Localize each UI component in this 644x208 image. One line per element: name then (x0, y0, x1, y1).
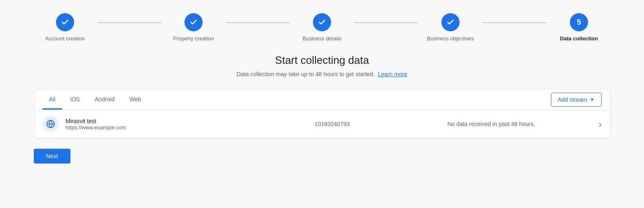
step-4-circle (441, 13, 460, 31)
step-5-circle: 5 (570, 13, 588, 31)
stream-status: No data received in past 48 hours. (384, 121, 599, 127)
stream-tabs: All iOS Android Web (42, 89, 551, 110)
connector-1-2 (97, 22, 161, 23)
step-3-label: Business details (303, 35, 341, 42)
step-1-label: Account creation (45, 35, 85, 42)
stream-tabs-row: All iOS Android Web Add stream ▼ (34, 89, 610, 110)
stream-chevron-icon: › (599, 119, 602, 129)
step-business-objectives: Business objectives (418, 13, 483, 42)
page-title: Start collecting data (275, 54, 369, 67)
step-4-label: Business objectives (427, 35, 474, 42)
step-2-circle (184, 13, 203, 31)
tab-android[interactable]: Android (88, 89, 121, 110)
step-account-creation: Account creation (33, 13, 97, 42)
step-5-label: Data collection (560, 35, 598, 42)
main-content: Start collecting data Data collection ma… (0, 50, 644, 164)
stream-info: Mirasvit test https://www.example.com (65, 118, 281, 131)
stream-globe-icon (42, 116, 59, 132)
tab-web[interactable]: Web (123, 89, 148, 110)
connector-2-3 (226, 22, 290, 23)
page-subtitle: Data collection may take up to 48 hours … (237, 71, 408, 77)
tab-ios[interactable]: iOS (64, 89, 86, 110)
step-data-collection: 5 Data collection (547, 13, 611, 42)
dropdown-arrow-icon: ▼ (590, 97, 595, 103)
stream-name: Mirasvit test (65, 118, 281, 124)
stream-url: https://www.example.com (65, 124, 281, 131)
tab-all[interactable]: All (42, 89, 62, 110)
stream-id: 10183240793 (281, 121, 384, 127)
step-property-creation: Property creation (161, 13, 226, 42)
learn-more-link[interactable]: Learn more (378, 71, 408, 77)
step-3-circle (313, 13, 331, 31)
next-button[interactable]: Next (34, 149, 70, 164)
connector-4-5 (483, 22, 547, 23)
stream-table: All iOS Android Web Add stream ▼ Mirasvi… (34, 89, 610, 139)
stepper: Account creation Property creation Busin… (0, 0, 644, 50)
add-stream-button[interactable]: Add stream ▼ (551, 93, 602, 107)
connector-3-4 (354, 22, 418, 23)
stream-row[interactable]: Mirasvit test https://www.example.com 10… (34, 110, 610, 138)
step-business-details: Business details (290, 13, 354, 42)
step-2-label: Property creation (173, 35, 214, 42)
step-1-circle (56, 13, 74, 31)
